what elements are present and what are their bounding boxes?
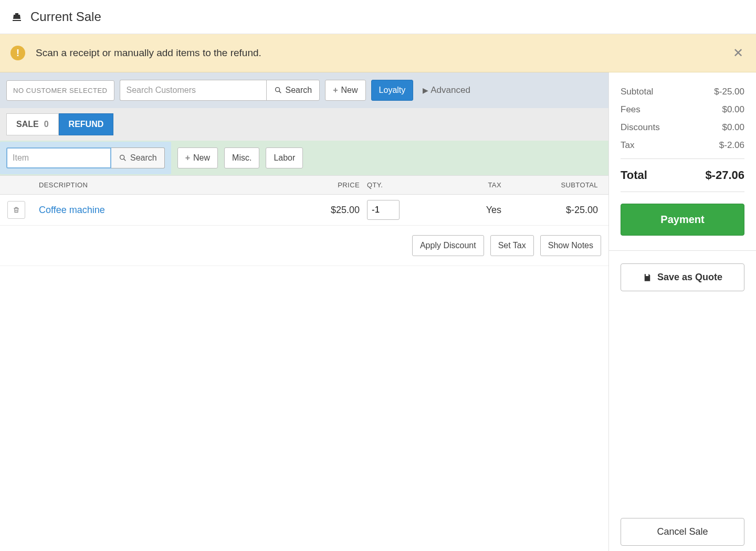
svg-point-0 [275,88,279,92]
customer-search-input[interactable] [120,80,267,101]
item-search-input[interactable] [6,147,111,168]
plus-icon: + [185,153,190,163]
page-header: Current Sale [0,0,756,34]
line-item-description[interactable]: Coffee machine [39,205,105,215]
summary-total-value: $-27.06 [705,168,744,182]
no-customer-badge[interactable]: NO CUSTOMER SELECTED [6,80,114,101]
line-item-subtotal: $-25.00 [501,205,601,216]
summary-fees-label: Fees [621,104,640,115]
line-item-price: $25.00 [297,205,360,216]
col-tax: TAX [407,181,501,189]
page-title: Current Sale [30,9,101,24]
item-toolbar: Search + New Misc. Labor [0,141,608,175]
trash-icon [13,206,20,214]
save-quote-icon [643,273,652,282]
tab-refund[interactable]: REFUND [59,113,114,135]
chevron-right-icon: ▶ [423,86,428,94]
col-description: DESCRIPTION [7,181,297,189]
customer-toolbar: NO CUSTOMER SELECTED Search + New Loyalt… [0,72,608,108]
payment-button[interactable]: Payment [621,204,744,236]
summary-fees-value: $0.00 [722,104,744,115]
search-icon [119,154,127,162]
summary-total-label: Total [621,168,647,182]
misc-button[interactable]: Misc. [224,147,259,168]
save-quote-label: Save as Quote [657,272,722,283]
line-item-row: Coffee machine $25.00 Yes $-25.00 [0,195,608,226]
svg-point-2 [120,155,124,160]
new-item-button[interactable]: + New [177,147,218,168]
summary-discounts-value: $0.00 [722,122,744,133]
new-label: New [341,86,358,95]
save-quote-button[interactable]: Save as Quote [621,263,744,291]
summary-panel: Subtotal $-25.00 Fees $0.00 Discounts $0… [609,72,756,551]
summary-discounts-label: Discounts [621,122,660,133]
show-notes-button[interactable]: Show Notes [540,235,601,256]
col-subtotal: SUBTOTAL [501,181,601,189]
advanced-label: Advanced [430,85,470,96]
search-label: Search [286,86,312,95]
set-tax-button[interactable]: Set Tax [490,235,534,256]
line-item-tax: Yes [407,205,501,216]
col-qty: QTY. [360,181,407,189]
line-items-header: DESCRIPTION PRICE QTY. TAX SUBTOTAL [0,175,608,195]
item-search-label: Search [130,153,157,163]
show-notes-label: Show Notes [548,241,593,250]
plus-icon: + [333,86,338,95]
close-icon[interactable]: ✕ [731,44,746,62]
alert-banner: ! Scan a receipt or manually add items t… [0,34,756,72]
labor-label: Labor [274,153,295,163]
labor-button[interactable]: Labor [266,147,303,168]
new-customer-button[interactable]: + New [325,80,365,101]
svg-line-3 [124,159,126,161]
alert-icon: ! [10,46,25,60]
sale-panel: NO CUSTOMER SELECTED Search + New Loyalt… [0,72,609,551]
summary-fees: Fees $0.00 [621,101,744,119]
loyalty-label: Loyalty [379,86,406,95]
summary-tax: Tax $-2.06 [621,136,744,154]
apply-discount-label: Apply Discount [420,241,476,250]
register-icon [10,10,23,23]
misc-label: Misc. [232,153,251,163]
apply-discount-button[interactable]: Apply Discount [412,235,484,256]
line-actions-row: Apply Discount Set Tax Show Notes [0,226,608,266]
delete-line-button[interactable] [7,201,25,219]
summary-tax-label: Tax [621,140,634,151]
tab-sale-label: SALE [16,120,39,129]
payment-label: Payment [660,214,704,225]
summary-subtotal: Subtotal $-25.00 [621,83,744,101]
alert-text: Scan a receipt or manually add items to … [36,47,731,59]
summary-total: Total $-27.06 [621,158,744,192]
advanced-toggle[interactable]: ▶ Advanced [423,85,470,96]
summary-subtotal-label: Subtotal [621,87,653,97]
sale-refund-tabs: SALE 0 REFUND [0,108,608,141]
summary-discounts: Discounts $0.00 [621,119,744,136]
set-tax-label: Set Tax [498,241,526,250]
cancel-sale-label: Cancel Sale [657,526,708,537]
summary-tax-value: $-2.06 [719,140,744,151]
divider [609,250,756,251]
summary-subtotal-value: $-25.00 [714,87,744,97]
customer-search-button[interactable]: Search [266,80,320,101]
loyalty-button[interactable]: Loyalty [371,80,414,101]
new-item-label: New [193,153,210,163]
tab-sale-count: 0 [44,120,49,129]
svg-line-1 [279,91,281,93]
col-price: PRICE [297,181,360,189]
search-icon [274,86,282,94]
tab-sale[interactable]: SALE 0 [6,113,59,135]
cancel-sale-button[interactable]: Cancel Sale [621,518,744,546]
line-item-qty-input[interactable] [367,200,400,220]
tab-refund-label: REFUND [69,120,104,129]
item-search-button[interactable]: Search [111,147,165,168]
